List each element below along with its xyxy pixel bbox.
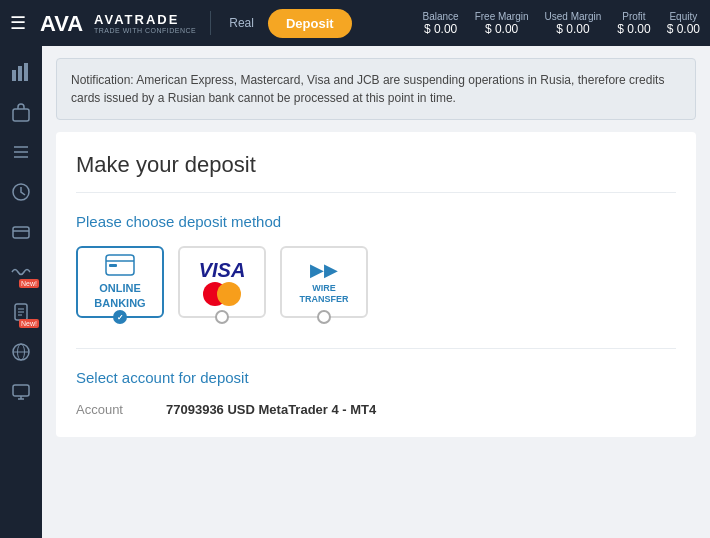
sidebar-item-wave[interactable] bbox=[3, 254, 39, 290]
wire-arrows-icon: ▶▶ bbox=[310, 259, 338, 281]
svg-rect-9 bbox=[13, 227, 29, 238]
wire-transfer-label: WIRETRANSFER bbox=[300, 283, 349, 305]
svg-text:AVA: AVA bbox=[40, 11, 83, 36]
header-divider bbox=[210, 11, 211, 35]
sidebar-item-card[interactable] bbox=[3, 214, 39, 250]
wire-transfer-content: ▶▶ WIRETRANSFER bbox=[300, 259, 349, 305]
sidebar-item-chart[interactable] bbox=[3, 54, 39, 90]
clock-history-icon bbox=[11, 182, 31, 202]
stat-used-margin: Used Margin $ 0.00 bbox=[545, 11, 602, 36]
mastercard-logo-icon bbox=[203, 282, 241, 306]
account-section-title: Select account for deposit bbox=[76, 369, 676, 386]
stat-used-margin-label: Used Margin bbox=[545, 11, 602, 22]
svg-rect-23 bbox=[109, 264, 117, 267]
header: ☰ AVA AVATRADE TRADE WITH CONFIDENCE Rea… bbox=[0, 0, 710, 46]
payment-method-wire-transfer[interactable]: ▶▶ WIRETRANSFER bbox=[280, 246, 368, 318]
stat-profit-label: Profit bbox=[622, 11, 645, 22]
briefcase-icon bbox=[11, 102, 31, 122]
sidebar-item-monitor[interactable] bbox=[3, 374, 39, 410]
deposit-content-card: Make your deposit Please choose deposit … bbox=[56, 132, 696, 437]
payment-method-online-banking[interactable]: ONLINEBANKING ✓ bbox=[76, 246, 164, 318]
stat-balance-label: Balance bbox=[423, 11, 459, 22]
method-section-title: Please choose deposit method bbox=[76, 213, 676, 230]
online-banking-text: ONLINEBANKING bbox=[94, 281, 145, 310]
deposit-method-section: Please choose deposit method ONLINEBANKI… bbox=[76, 213, 676, 318]
monitor-icon bbox=[11, 382, 31, 402]
mc-orange-circle bbox=[217, 282, 241, 306]
wire-transfer-radio bbox=[317, 310, 331, 324]
stat-balance: Balance $ 0.00 bbox=[423, 11, 459, 36]
account-row: Account 77093936 USD MetaTrader 4 - MT4 bbox=[76, 402, 676, 417]
sidebar-item-report[interactable] bbox=[3, 294, 39, 330]
account-value: 77093936 USD MetaTrader 4 - MT4 bbox=[166, 402, 376, 417]
brand-tagline: TRADE WITH CONFIDENCE bbox=[94, 27, 196, 34]
svg-rect-2 bbox=[18, 66, 22, 81]
wave-icon bbox=[11, 262, 31, 282]
online-banking-label: ONLINEBANKING bbox=[88, 248, 151, 316]
notification-banner: Notification: American Express, Masterca… bbox=[56, 58, 696, 120]
stat-equity-value: $ 0.00 bbox=[667, 22, 700, 36]
ava-logo-icon: AVA bbox=[40, 9, 86, 37]
payment-methods: ONLINEBANKING ✓ VISA bbox=[76, 246, 676, 318]
sidebar-item-history[interactable] bbox=[3, 174, 39, 210]
svg-rect-3 bbox=[24, 63, 28, 81]
page-title: Make your deposit bbox=[76, 152, 676, 193]
header-stats: Balance $ 0.00 Free Margin $ 0.00 Used M… bbox=[423, 11, 701, 36]
chart-bar-icon bbox=[11, 62, 31, 82]
menu-hamburger-icon[interactable]: ☰ bbox=[10, 12, 26, 34]
logo-container: AVA AVATRADE TRADE WITH CONFIDENCE bbox=[40, 9, 196, 37]
stat-balance-value: $ 0.00 bbox=[424, 22, 457, 36]
account-section: Select account for deposit Account 77093… bbox=[76, 348, 676, 417]
stat-equity-label: Equity bbox=[669, 11, 697, 22]
globe-icon bbox=[11, 342, 31, 362]
list-icon bbox=[11, 142, 31, 162]
check-mark: ✓ bbox=[117, 313, 124, 322]
sidebar-item-globe[interactable] bbox=[3, 334, 39, 370]
sidebar-item-list[interactable] bbox=[3, 134, 39, 170]
main-content: Notification: American Express, Masterca… bbox=[42, 46, 710, 538]
online-banking-icon bbox=[105, 254, 135, 276]
svg-rect-18 bbox=[13, 385, 29, 396]
visa-logo-icon: VISA bbox=[199, 259, 246, 282]
stat-free-margin-label: Free Margin bbox=[475, 11, 529, 22]
visa-mc-radio bbox=[215, 310, 229, 324]
stat-profit-value: $ 0.00 bbox=[617, 22, 650, 36]
document-icon bbox=[11, 302, 31, 322]
stat-free-margin-value: $ 0.00 bbox=[485, 22, 518, 36]
stat-used-margin-value: $ 0.00 bbox=[556, 22, 589, 36]
notification-text: Notification: American Express, Masterca… bbox=[71, 73, 664, 105]
credit-card-icon bbox=[11, 222, 31, 242]
payment-method-visa-mc[interactable]: VISA bbox=[178, 246, 266, 318]
svg-rect-1 bbox=[12, 70, 16, 81]
account-label: Account bbox=[76, 402, 146, 417]
account-type-badge: Real bbox=[225, 16, 258, 30]
stat-equity: Equity $ 0.00 bbox=[667, 11, 700, 36]
brand-name-container: AVATRADE TRADE WITH CONFIDENCE bbox=[94, 12, 196, 34]
stat-free-margin: Free Margin $ 0.00 bbox=[475, 11, 529, 36]
brand-name: AVATRADE bbox=[94, 12, 196, 27]
svg-rect-4 bbox=[13, 109, 29, 121]
sidebar bbox=[0, 46, 42, 538]
sidebar-item-portfolio[interactable] bbox=[3, 94, 39, 130]
online-banking-radio: ✓ bbox=[113, 310, 127, 324]
deposit-button[interactable]: Deposit bbox=[268, 9, 352, 38]
stat-profit: Profit $ 0.00 bbox=[617, 11, 650, 36]
